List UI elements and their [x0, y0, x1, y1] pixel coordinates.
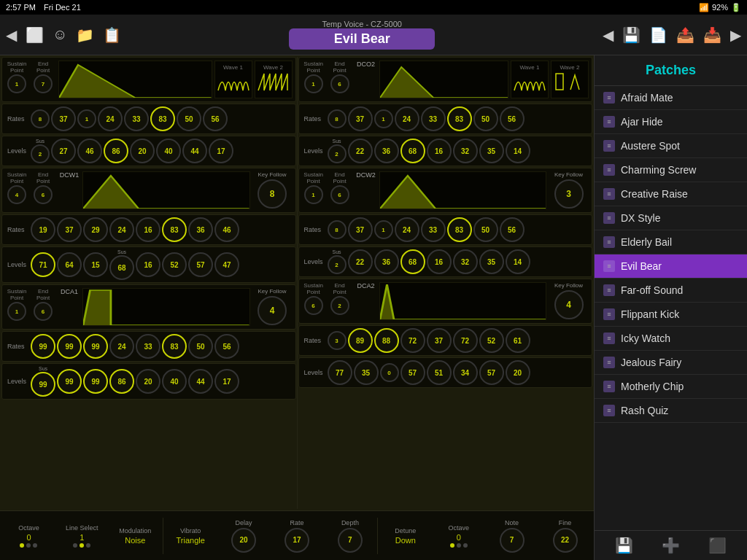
octave2-dot-2[interactable] [457, 543, 461, 548]
dcw2-rates-block: Rates 8 37 1 24 33 83 50 56 [298, 214, 593, 245]
patch-item-elderly-bail[interactable]: ≡ Elderly Bail [595, 230, 747, 254]
dcw2-levels-block: Levels Sus 2 22 36 68 16 32 35 14 [298, 246, 593, 277]
dca1-rate-4: 33 [136, 334, 160, 359]
dco1-sus-group: Sus 2 [31, 139, 50, 163]
dcw2-sustain-point: Sustain Point 1 [302, 171, 325, 204]
next-patch-button[interactable]: ▶ [730, 26, 741, 44]
patch-item-ajar-hide[interactable]: ≡ Ajar Hide [595, 110, 747, 134]
patch-item-motherly-chip[interactable]: ≡ Motherly Chip [595, 375, 747, 399]
patch-item-far-off-sound[interactable]: ≡ Far-off Sound [595, 279, 747, 303]
patch-item-austere-spot[interactable]: ≡ Austere Spot [595, 134, 747, 158]
dco2-rate-3: 24 [395, 106, 419, 131]
line-dot-1[interactable] [73, 543, 77, 548]
patch-name: Rash Quiz [621, 405, 668, 416]
dcw1-rate-1: 37 [57, 217, 82, 242]
back-button[interactable]: ◀ [6, 26, 17, 44]
dco1-levels-label: Levels [7, 147, 29, 155]
dco2-wave2: Wave 2 [551, 61, 589, 98]
dco1-envelope [58, 61, 212, 98]
dco2-level-2: 36 [374, 139, 399, 163]
save-patch-button[interactable]: 💾 [615, 537, 633, 554]
dcw2-rates-row: Rates 8 37 1 24 33 83 50 56 [302, 217, 589, 243]
patch-icon: ≡ [603, 332, 615, 344]
patch-name: Icky Watch [621, 332, 670, 344]
save-icon[interactable]: 💾 [622, 26, 640, 44]
patch-item-flippant-kick[interactable]: ≡ Flippant Kick [595, 303, 747, 327]
patch-name-active: Evil Bear [621, 260, 662, 272]
dco2-rate-7: 56 [500, 106, 525, 131]
patch-name: DX Style [621, 212, 660, 224]
dco2-block: Sustain Point 1 End Point 6 [298, 57, 593, 102]
rate-knob[interactable]: 17 [285, 528, 309, 553]
top-panels: Sustain Point 1 End Point 7 [0, 55, 594, 510]
dcw2-rate-2: 1 [374, 220, 393, 239]
copy-icon[interactable]: 📋 [103, 26, 121, 44]
bottom-divider-2 [377, 518, 378, 554]
dca1-sustain-end: Sustain Point 1 End Point 6 [5, 288, 56, 321]
document-icon[interactable]: 📄 [649, 26, 667, 44]
octave-dot-3[interactable] [33, 543, 37, 548]
dca2-block: Sustain Point 6 End Point 2 [298, 279, 593, 324]
patch-name: Austere Spot [621, 140, 680, 152]
octave2-dot-1[interactable] [450, 543, 454, 548]
dca2-rate-3: 72 [400, 328, 425, 353]
menu-patch-button[interactable]: ⬛ [708, 537, 727, 554]
dcw1-rate-0: 19 [31, 217, 55, 242]
delay-control: Delay 20 [218, 519, 270, 553]
status-bar: 2:57 PM Fri Dec 21 📶 92% 🔋 [0, 0, 747, 15]
line-dot-3[interactable] [86, 543, 90, 548]
dcw1-level-2: 15 [83, 252, 108, 277]
delay-knob[interactable]: 20 [231, 528, 256, 553]
dco1-wave2: Wave 2 [255, 61, 293, 98]
dco1-levels-row: Levels Sus 2 27 46 86 20 40 44 17 [5, 138, 293, 164]
octave2-dot-3[interactable] [463, 543, 468, 548]
patch-item-rash-quiz[interactable]: ≡ Rash Quiz [595, 399, 747, 423]
patch-item-jealous-fairy[interactable]: ≡ Jealous Fairy [595, 351, 747, 375]
dco2-rates-block: Rates 8 37 1 24 33 83 50 56 [298, 104, 593, 134]
patch-item-icky-watch[interactable]: ≡ Icky Watch [595, 327, 747, 351]
import-icon[interactable]: 📥 [703, 26, 721, 44]
dcw1-level-4: 16 [136, 252, 160, 277]
dco2-rate-2: 1 [374, 109, 393, 128]
dco1-levels-block: Levels Sus 2 27 46 86 20 40 44 17 [1, 136, 296, 166]
share-icon[interactable]: 📤 [676, 26, 694, 44]
add-patch-button[interactable]: ➕ [662, 537, 680, 554]
face-icon[interactable]: ☺ [53, 26, 67, 43]
octave-label: Octave [18, 524, 39, 532]
patch-item-evil-bear[interactable]: ≡ Evil Bear [595, 254, 747, 279]
folder-icon[interactable]: 📁 [76, 26, 94, 44]
note-knob[interactable]: 7 [500, 528, 525, 553]
octave-control: Octave 0 [3, 524, 55, 548]
depth-label: Depth [341, 519, 359, 526]
octave-dot-1[interactable] [20, 543, 24, 548]
dco1-rate-3: 24 [98, 106, 123, 131]
octave-dot-2[interactable] [26, 543, 31, 548]
dcw2-rates-label: Rates [304, 226, 326, 233]
dco1-level-1: 27 [51, 139, 76, 163]
patch-item-charming-screw[interactable]: ≡ Charming Screw [595, 158, 747, 182]
prev-patch-button[interactable]: ◀ [603, 26, 614, 44]
dcw1-end-point: End Point 6 [31, 171, 55, 204]
depth-knob[interactable]: 7 [338, 528, 363, 553]
patch-item-dx-style[interactable]: ≡ DX Style [595, 206, 747, 230]
dca1-levels-label: Levels [7, 378, 29, 385]
dcw1-rate-4: 16 [136, 217, 160, 242]
window-icon[interactable]: ⬜ [26, 26, 44, 44]
line-dot-2[interactable] [80, 543, 84, 548]
dco2-rate-1: 37 [348, 106, 373, 131]
wifi-icon: 📶 [699, 3, 709, 12]
dcw1-levels-label: Levels [7, 261, 29, 268]
patch-item-afraid-mate[interactable]: ≡ Afraid Mate [595, 86, 747, 110]
voice-name[interactable]: Evil Bear [289, 28, 435, 50]
dca2-rate-7: 61 [506, 328, 530, 353]
dcw2-rate-1: 37 [348, 217, 373, 242]
fine-knob[interactable]: 22 [553, 528, 578, 553]
patch-item-creative-raise[interactable]: ≡ Creative Raise [595, 182, 747, 206]
dco1-rate-2: 1 [77, 109, 96, 128]
dcw2-level-4: 16 [427, 249, 452, 274]
synth-main: Sustain Point 1 End Point 7 [0, 55, 594, 560]
dco1-rates-label: Rates [7, 115, 29, 122]
dco2-rates-label: Rates [304, 115, 326, 122]
dcw2-level-1: 22 [348, 249, 373, 274]
dco2-level-3: 68 [400, 139, 425, 163]
